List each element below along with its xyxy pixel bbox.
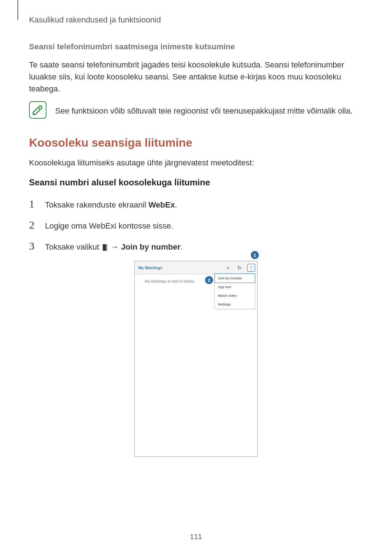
page-header: Kasulikud rakendused ja funktsioonid — [29, 15, 363, 25]
callout-1: 1 — [251, 251, 259, 259]
phone-title: My Meetings — [138, 266, 224, 270]
phone-screenshot: 1 My Meetings + ↻ ⋮ 2 No meetings in nex… — [134, 261, 258, 457]
phone-screenshot-wrap: 1 My Meetings + ↻ ⋮ 2 No meetings in nex… — [29, 261, 363, 457]
step-1: 1 Toksake rakenduste ekraanil WebEx. — [29, 198, 363, 211]
menu-join-by-number[interactable]: Join by number — [215, 274, 255, 283]
step-1-text: Toksake rakenduste ekraanil WebEx. — [45, 199, 177, 211]
note-icon — [29, 101, 46, 119]
section1-title: Seansi telefoninumbri saatmisega inimest… — [29, 42, 363, 52]
menu-app-tour[interactable]: App tour — [215, 283, 255, 291]
dropdown-menu: Join by number App tour Watch video Sett… — [215, 274, 255, 309]
step-3-pre: Toksake valikut — [45, 242, 101, 251]
menu-watch-video[interactable]: Watch video — [215, 291, 255, 300]
step-1-post: . — [175, 200, 177, 209]
section2-intro: Koosolekuga liitumiseks asutage ühte jär… — [29, 157, 363, 169]
phone-top-icons: + ↻ ⋮ — [224, 264, 255, 272]
page-content: Kasulikud rakendused ja funktsioonid Sea… — [0, 0, 392, 554]
step-2-text: Logige oma WebExi kontosse sisse. — [45, 220, 173, 232]
step-3: 3 Toksake valikut → Join by number. — [29, 240, 363, 253]
step-3-arrow: → — [109, 242, 121, 251]
step-3-text: Toksake valikut → Join by number. — [45, 241, 183, 253]
section2-subheading: Seansi numbri alusel koosolekuga liitumi… — [29, 177, 363, 188]
note-row: See funktsioon võib sõltuvalt teie regio… — [29, 101, 363, 119]
step-3-post: . — [180, 242, 183, 251]
more-menu-icon — [103, 244, 107, 251]
step-2-number: 2 — [29, 219, 38, 231]
section2-title: Koosoleku seansiga liitumine — [29, 136, 363, 149]
step-2: 2 Logige oma WebExi kontosse sisse. — [29, 219, 363, 232]
phone-body: 2 No meetings in next 6 weeks Join by nu… — [135, 274, 257, 456]
note-text: See funktsioon võib sõltuvalt teie regio… — [55, 101, 352, 117]
step-3-bold: Join by number — [121, 242, 181, 251]
step-1-number: 1 — [29, 198, 38, 210]
refresh-icon[interactable]: ↻ — [236, 264, 244, 272]
step-list: 1 Toksake rakenduste ekraanil WebEx. 2 L… — [29, 198, 363, 253]
phone-topbar: My Meetings + ↻ ⋮ — [135, 261, 257, 274]
section1-body: Te saate seansi telefoninumbrit jagades … — [29, 59, 363, 95]
callout-2: 2 — [205, 276, 213, 284]
plus-icon[interactable]: + — [224, 264, 232, 272]
page-number: 111 — [0, 533, 392, 541]
more-icon[interactable]: ⋮ — [247, 264, 255, 272]
step-3-number: 3 — [29, 240, 38, 252]
step-1-bold: WebEx — [148, 200, 175, 209]
menu-settings[interactable]: Settings — [215, 300, 255, 309]
step-1-pre: Toksake rakenduste ekraanil — [45, 200, 148, 209]
pen-note-icon — [32, 104, 44, 116]
